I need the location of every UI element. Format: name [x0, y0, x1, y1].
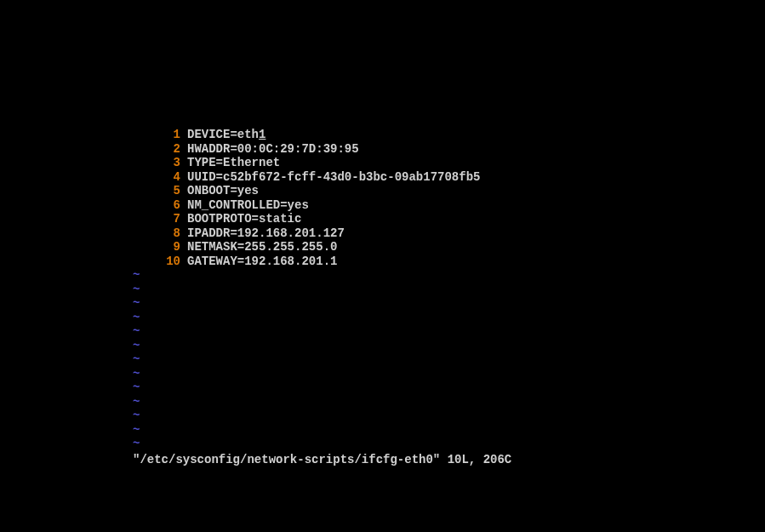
- tilde-icon: ~: [133, 423, 141, 438]
- empty-line-tilde: ~: [133, 395, 480, 409]
- line-content[interactable]: HWADDR=00:0C:29:7D:39:95: [187, 142, 359, 156]
- editor-buffer[interactable]: 1DEVICE=eth12HWADDR=00:0C:29:7D:39:953TY…: [133, 128, 480, 451]
- line-number: 3: [133, 156, 187, 170]
- line-number: 6: [133, 198, 187, 213]
- file-line[interactable]: 10GATEWAY=192.168.201.1: [133, 255, 480, 269]
- empty-line-tilde: ~: [133, 311, 480, 325]
- file-line[interactable]: 5ONBOOT=yes: [133, 184, 480, 198]
- tilde-icon: ~: [133, 283, 141, 297]
- line-number: 9: [133, 240, 187, 255]
- tilde-icon: ~: [133, 395, 141, 409]
- file-line[interactable]: 8IPADDR=192.168.201.127: [133, 226, 480, 241]
- line-number: 10: [133, 255, 187, 269]
- file-line[interactable]: 3TYPE=Ethernet: [133, 156, 480, 170]
- status-line: "/etc/sysconfig/network-scripts/ifcfg-et…: [133, 453, 511, 466]
- empty-line-tilde: ~: [133, 352, 480, 367]
- tilde-icon: ~: [133, 324, 141, 339]
- line-content[interactable]: NETMASK=255.255.255.0: [187, 240, 337, 254]
- empty-line-tilde: ~: [133, 423, 480, 438]
- line-number: 8: [133, 226, 187, 241]
- empty-line-tilde: ~: [133, 283, 480, 297]
- tilde-icon: ~: [133, 268, 141, 283]
- line-number: 1: [133, 128, 187, 142]
- line-content[interactable]: DEVICE=eth1: [187, 128, 265, 141]
- empty-line-tilde: ~: [133, 339, 480, 353]
- file-line[interactable]: 9NETMASK=255.255.255.0: [133, 240, 480, 255]
- line-number: 7: [133, 212, 187, 226]
- tilde-icon: ~: [133, 339, 141, 353]
- empty-line-tilde: ~: [133, 437, 480, 451]
- tilde-icon: ~: [133, 409, 141, 423]
- tilde-icon: ~: [133, 311, 141, 325]
- file-line[interactable]: 7BOOTPROTO=static: [133, 212, 480, 226]
- tilde-icon: ~: [133, 296, 141, 311]
- file-line[interactable]: 1DEVICE=eth1: [133, 128, 480, 142]
- line-content[interactable]: IPADDR=192.168.201.127: [187, 226, 345, 240]
- tilde-icon: ~: [133, 380, 141, 395]
- tilde-icon: ~: [133, 437, 141, 451]
- empty-line-tilde: ~: [133, 367, 480, 381]
- empty-line-tilde: ~: [133, 409, 480, 423]
- empty-line-tilde: ~: [133, 268, 480, 283]
- tilde-icon: ~: [133, 352, 141, 367]
- line-number: 5: [133, 184, 187, 198]
- tilde-icon: ~: [133, 367, 141, 381]
- line-content[interactable]: NM_CONTROLLED=yes: [187, 198, 309, 212]
- line-content[interactable]: BOOTPROTO=static: [187, 212, 301, 226]
- line-number: 4: [133, 170, 187, 185]
- line-content[interactable]: GATEWAY=192.168.201.1: [187, 255, 337, 268]
- line-content[interactable]: TYPE=Ethernet: [187, 156, 280, 169]
- file-line[interactable]: 4UUID=c52bf672-fcff-43d0-b3bc-09ab17708f…: [133, 170, 480, 185]
- empty-line-tilde: ~: [133, 296, 480, 311]
- cursor: 1: [259, 128, 265, 141]
- file-line[interactable]: 2HWADDR=00:0C:29:7D:39:95: [133, 142, 480, 157]
- empty-line-tilde: ~: [133, 324, 480, 339]
- empty-line-tilde: ~: [133, 380, 480, 395]
- line-content[interactable]: UUID=c52bf672-fcff-43d0-b3bc-09ab17708fb…: [187, 170, 480, 184]
- line-content[interactable]: ONBOOT=yes: [187, 184, 259, 197]
- line-number: 2: [133, 142, 187, 157]
- file-line[interactable]: 6NM_CONTROLLED=yes: [133, 198, 480, 213]
